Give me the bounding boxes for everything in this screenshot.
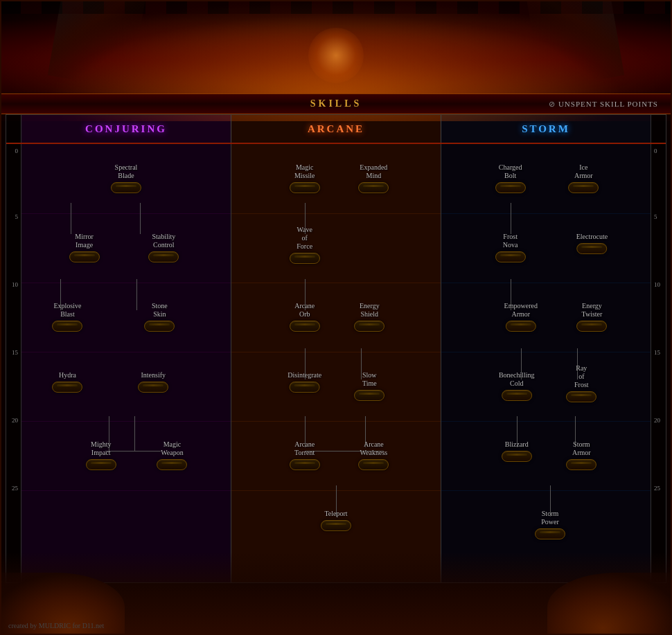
empowered-armor-btn[interactable] — [506, 321, 536, 332]
skill-energy-twister[interactable]: EnergyTwister — [576, 302, 607, 332]
skill-storm-armor[interactable]: StormArmor — [566, 440, 596, 470]
ruler-20: 20 — [12, 417, 18, 424]
expanded-mind-btn[interactable] — [358, 182, 389, 193]
unspent-points: Unspent Skill Points — [520, 100, 658, 109]
arcane-header: Arcane — [231, 115, 441, 143]
energy-twister-btn[interactable] — [576, 321, 607, 332]
skill-blizzard[interactable]: Blizzard — [502, 440, 532, 462]
conjuring-header: Conjuring — [21, 115, 231, 143]
wave-of-force-btn[interactable] — [290, 253, 320, 264]
magic-weapon-btn[interactable] — [157, 459, 187, 470]
bonechilling-cold-btn[interactable] — [502, 390, 532, 401]
ruler-10: 10 — [12, 281, 18, 288]
skill-magic-missile[interactable]: MagicMissile — [290, 163, 320, 193]
skill-empowered-armor[interactable]: EmpoweredArmor — [504, 302, 538, 332]
skill-electrocute[interactable]: Electrocute — [576, 233, 608, 254]
skill-ice-armor[interactable]: IceArmor — [568, 163, 599, 193]
frost-nova-btn[interactable] — [495, 251, 526, 262]
electrocute-btn[interactable] — [576, 243, 607, 254]
skill-intensify[interactable]: Intensify — [138, 371, 168, 393]
skill-arcane-orb[interactable]: ArcaneOrb — [290, 302, 320, 332]
right-ruler-20: 20 — [654, 417, 660, 424]
right-ruler-5: 5 — [654, 213, 657, 220]
right-ruler-0: 0 — [654, 147, 657, 154]
skill-bonechilling-cold[interactable]: BonechillingCold — [499, 371, 535, 401]
skill-slow-time[interactable]: SlowTime — [354, 371, 384, 401]
charged-bolt-btn[interactable] — [495, 182, 526, 193]
blizzard-btn[interactable] — [502, 451, 532, 462]
storm-column: ChargedBolt IceArmor FrostNova Electrocu… — [441, 144, 651, 582]
skill-spectral-blade[interactable]: SpectralBlade — [111, 163, 141, 193]
ruler-15: 15 — [12, 349, 18, 356]
magic-missile-btn[interactable] — [290, 182, 320, 193]
skill-explosive-blast[interactable]: ExplosiveBlast — [52, 302, 82, 332]
skill-teleport[interactable]: Teleport — [321, 510, 351, 531]
skill-expanded-mind[interactable]: ExpandedMind — [358, 163, 389, 193]
disintegrate-btn[interactable] — [290, 382, 320, 393]
arcane-weakness-btn[interactable] — [358, 459, 389, 470]
stone-skin-btn[interactable] — [144, 321, 175, 332]
stability-control-btn[interactable] — [148, 251, 179, 262]
left-ruler: 0 5 10 15 20 25 — [6, 144, 21, 582]
skill-mirror-image[interactable]: MirrorImage — [69, 233, 100, 262]
arcane-column: MagicMissile ExpandedMind WaveofForce Ar… — [231, 144, 441, 582]
teleport-btn[interactable] — [321, 520, 351, 531]
skill-storm-power[interactable]: StormPower — [535, 510, 565, 539]
skill-arcane-torrent[interactable]: ArcaneTorrent — [290, 440, 320, 470]
mirror-image-btn[interactable] — [69, 251, 100, 262]
skill-stone-skin[interactable]: StoneSkin — [144, 302, 175, 332]
storm-header: Storm — [441, 115, 651, 143]
skill-stability-control[interactable]: StabilityControl — [148, 233, 179, 262]
ruler-5: 5 — [15, 213, 19, 220]
energy-shield-btn[interactable] — [354, 321, 384, 332]
skill-hydra[interactable]: Hydra — [52, 371, 82, 393]
right-ruler: 0 5 10 15 20 25 — [651, 144, 666, 582]
arcane-orb-btn[interactable] — [290, 321, 320, 332]
skill-mighty-impact[interactable]: MightyImpact — [86, 440, 116, 470]
hydra-btn[interactable] — [52, 382, 82, 393]
skill-charged-bolt[interactable]: ChargedBolt — [495, 163, 526, 193]
arcane-torrent-btn[interactable] — [290, 459, 320, 470]
skill-energy-shield[interactable]: EnergyShield — [354, 302, 384, 332]
ruler-25: 25 — [12, 485, 18, 492]
storm-armor-btn[interactable] — [566, 459, 596, 470]
intensify-btn[interactable] — [138, 382, 168, 393]
skill-ray-of-frost[interactable]: RayofFrost — [566, 364, 596, 402]
storm-power-btn[interactable] — [535, 528, 565, 539]
header-title: Skills — [310, 98, 362, 109]
skill-wave-of-force[interactable]: WaveofForce — [290, 226, 320, 264]
right-ruler-10: 10 — [654, 281, 660, 288]
footer-credit: created by MULDRIC for D11.net — [8, 622, 104, 629]
skills-header: Skills Unspent Skill Points — [0, 93, 672, 114]
spectral-blade-btn[interactable] — [111, 182, 141, 193]
skill-arcane-weakness[interactable]: ArcaneWeakness — [358, 440, 389, 470]
skill-disintegrate[interactable]: Disintegrate — [288, 371, 321, 393]
skill-frost-nova[interactable]: FrostNova — [495, 233, 526, 262]
slow-time-btn[interactable] — [354, 390, 384, 401]
right-ruler-15: 15 — [654, 349, 660, 356]
ray-of-frost-btn[interactable] — [566, 391, 596, 402]
ruler-0: 0 — [15, 147, 19, 154]
right-ruler-25: 25 — [654, 485, 660, 492]
conjuring-column: SpectralBlade MirrorImage StabilityContr… — [21, 144, 231, 582]
explosive-blast-btn[interactable] — [52, 321, 82, 332]
mighty-impact-btn[interactable] — [86, 459, 116, 470]
skill-magic-weapon[interactable]: MagicWeapon — [157, 440, 187, 470]
ice-armor-btn[interactable] — [568, 182, 599, 193]
